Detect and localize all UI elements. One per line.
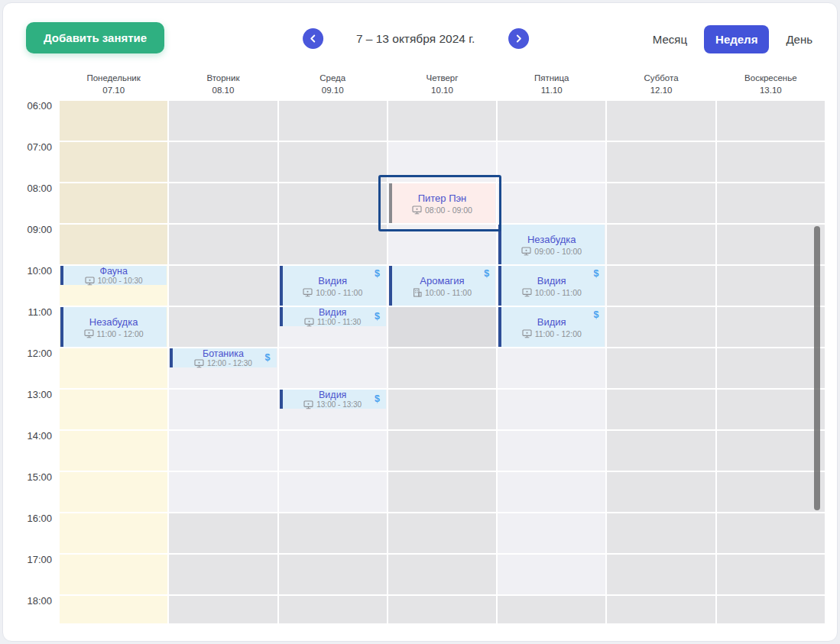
time-slot[interactable] <box>498 472 605 512</box>
time-slot[interactable] <box>60 431 167 471</box>
time-slot[interactable] <box>169 472 277 512</box>
time-slot[interactable] <box>279 431 387 471</box>
time-slot[interactable] <box>607 596 715 623</box>
event-card[interactable]: Аромагия10:00 - 11:00$ <box>389 266 495 306</box>
time-slot[interactable] <box>388 225 496 264</box>
chevron-right-icon[interactable] <box>508 28 529 49</box>
time-slot[interactable] <box>607 142 715 182</box>
time-slot[interactable] <box>60 225 167 264</box>
time-slot[interactable] <box>388 555 496 594</box>
time-slot[interactable] <box>498 142 605 182</box>
time-slot[interactable] <box>498 348 605 388</box>
time-slot[interactable] <box>607 266 715 306</box>
time-slot[interactable] <box>717 348 825 388</box>
time-slot[interactable] <box>388 348 496 388</box>
event-card[interactable]: Видия10:00 - 11:00$ <box>498 266 605 306</box>
time-slot[interactable] <box>169 183 277 223</box>
time-slot[interactable] <box>169 513 277 553</box>
time-slot[interactable] <box>169 555 277 594</box>
time-slot[interactable] <box>717 555 825 594</box>
event-card[interactable]: Фауна10:00 - 10:30 <box>60 266 167 285</box>
event-card[interactable]: Видия11:00 - 12:00$ <box>498 307 605 347</box>
time-slot[interactable] <box>717 101 825 141</box>
time-slot[interactable] <box>717 513 825 553</box>
event-card[interactable]: Незабудка11:00 - 12:00 <box>60 307 167 347</box>
day-header-7: Воскресенье13.10 <box>717 73 825 95</box>
view-day-button[interactable]: День <box>784 28 814 50</box>
time-slot[interactable] <box>169 142 277 182</box>
time-slot[interactable] <box>607 513 715 553</box>
event-card[interactable]: Видия10:00 - 11:00$ <box>280 266 386 306</box>
time-label: 11:00 <box>28 306 52 318</box>
time-slot[interactable] <box>60 142 167 182</box>
time-slot[interactable] <box>279 142 387 182</box>
time-slot[interactable] <box>388 390 496 429</box>
time-slot[interactable] <box>388 431 496 471</box>
time-slot[interactable] <box>169 225 277 264</box>
time-slot[interactable] <box>498 183 605 223</box>
time-slot[interactable] <box>607 225 715 264</box>
event-card[interactable]: Ботаника12:00 - 12:30$ <box>170 348 276 367</box>
time-slot[interactable] <box>607 472 715 512</box>
view-month-button[interactable]: Месяц <box>651 28 689 50</box>
event-card[interactable]: Видия13:00 - 13:30$ <box>280 390 386 409</box>
time-slot[interactable] <box>60 390 167 429</box>
time-slot[interactable] <box>60 101 167 141</box>
time-slot[interactable] <box>279 183 387 223</box>
time-slot[interactable] <box>717 596 825 623</box>
time-slot[interactable] <box>169 307 277 347</box>
event-card[interactable]: Питер Пэн08:00 - 09:00 <box>389 183 495 223</box>
time-slot[interactable] <box>279 101 387 141</box>
time-slot[interactable] <box>717 390 825 429</box>
time-slot[interactable] <box>60 555 167 594</box>
time-slot[interactable] <box>717 142 825 182</box>
time-slot[interactable] <box>498 431 605 471</box>
time-slot[interactable] <box>717 307 825 347</box>
time-slot[interactable] <box>498 596 605 623</box>
event-card[interactable]: Незабудка09:00 - 10:00 <box>498 225 605 264</box>
time-slot[interactable] <box>498 390 605 429</box>
time-slot[interactable] <box>388 101 496 141</box>
time-slot[interactable] <box>607 183 715 223</box>
time-slot[interactable] <box>498 555 605 594</box>
event-card[interactable]: Видия11:00 - 11:30$ <box>280 307 386 326</box>
time-slot[interactable] <box>279 225 387 264</box>
time-slot[interactable] <box>717 225 825 264</box>
time-slot[interactable] <box>279 472 387 512</box>
time-slot[interactable] <box>607 431 715 471</box>
time-slot[interactable] <box>607 390 715 429</box>
time-slot[interactable] <box>169 101 277 141</box>
vertical-scrollbar[interactable] <box>814 226 820 510</box>
time-slot[interactable] <box>717 431 825 471</box>
time-slot[interactable] <box>60 348 167 388</box>
time-slot[interactable] <box>388 472 496 512</box>
time-slot[interactable] <box>388 307 496 347</box>
time-slot[interactable] <box>717 266 825 306</box>
time-slot[interactable] <box>60 513 167 553</box>
add-lesson-button[interactable]: Добавить занятие <box>26 22 164 53</box>
time-slot[interactable] <box>388 596 496 623</box>
time-slot[interactable] <box>169 596 277 623</box>
time-slot[interactable] <box>607 555 715 594</box>
time-slot[interactable] <box>279 555 387 594</box>
time-slot[interactable] <box>169 266 277 306</box>
time-slot[interactable] <box>60 596 167 623</box>
time-slot[interactable] <box>169 390 277 429</box>
time-slot[interactable] <box>498 513 605 553</box>
time-slot[interactable] <box>498 101 605 141</box>
time-slot[interactable] <box>717 472 825 512</box>
time-slot[interactable] <box>607 348 715 388</box>
time-slot[interactable] <box>388 513 496 553</box>
view-week-button[interactable]: Неделя <box>704 25 769 53</box>
chevron-left-icon[interactable] <box>303 28 323 49</box>
time-slot[interactable] <box>388 142 496 182</box>
time-slot[interactable] <box>607 307 715 347</box>
time-slot[interactable] <box>169 431 277 471</box>
time-slot[interactable] <box>60 472 167 512</box>
time-slot[interactable] <box>607 101 715 141</box>
time-slot[interactable] <box>279 513 387 553</box>
time-slot[interactable] <box>60 183 167 223</box>
time-slot[interactable] <box>279 596 387 623</box>
time-slot[interactable] <box>279 348 387 388</box>
time-slot[interactable] <box>717 183 825 223</box>
